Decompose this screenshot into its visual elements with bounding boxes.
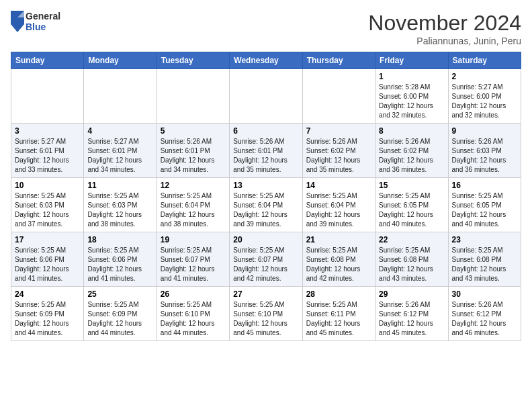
day-info: Sunrise: 5:25 AM Sunset: 6:07 PM Dayligh…: [233, 246, 298, 283]
day-number: 4: [87, 126, 152, 136]
day-info: Sunrise: 5:27 AM Sunset: 6:00 PM Dayligh…: [452, 83, 517, 120]
day-info: Sunrise: 5:25 AM Sunset: 6:08 PM Dayligh…: [379, 246, 444, 283]
day-info: Sunrise: 5:25 AM Sunset: 6:06 PM Dayligh…: [15, 246, 80, 283]
day-info: Sunrise: 5:25 AM Sunset: 6:09 PM Dayligh…: [87, 300, 152, 338]
calendar-week-row: 17Sunrise: 5:25 AM Sunset: 6:06 PM Dayli…: [11, 232, 521, 287]
calendar-cell: 9Sunrise: 5:26 AM Sunset: 6:03 PM Daylig…: [448, 124, 521, 178]
calendar-cell: 19Sunrise: 5:25 AM Sunset: 6:07 PM Dayli…: [157, 232, 229, 287]
weekday-header: Thursday: [302, 52, 375, 69]
calendar-cell: 7Sunrise: 5:26 AM Sunset: 6:02 PM Daylig…: [302, 124, 375, 178]
page-header: General Blue November 2024 Paliannunas, …: [11, 11, 521, 46]
day-info: Sunrise: 5:26 AM Sunset: 6:01 PM Dayligh…: [233, 137, 298, 175]
day-info: Sunrise: 5:28 AM Sunset: 6:00 PM Dayligh…: [379, 83, 444, 120]
calendar-cell: 11Sunrise: 5:25 AM Sunset: 6:03 PM Dayli…: [84, 178, 157, 232]
day-info: Sunrise: 5:25 AM Sunset: 6:07 PM Dayligh…: [161, 246, 226, 283]
day-info: Sunrise: 5:25 AM Sunset: 6:03 PM Dayligh…: [87, 191, 152, 229]
calendar-cell: [230, 69, 302, 124]
calendar-cell: 17Sunrise: 5:25 AM Sunset: 6:06 PM Dayli…: [11, 232, 84, 287]
calendar-cell: 25Sunrise: 5:25 AM Sunset: 6:09 PM Dayli…: [84, 287, 157, 341]
calendar-cell: 13Sunrise: 5:25 AM Sunset: 6:04 PM Dayli…: [230, 178, 302, 232]
calendar-cell: 2Sunrise: 5:27 AM Sunset: 6:00 PM Daylig…: [448, 69, 521, 124]
calendar-cell: 12Sunrise: 5:25 AM Sunset: 6:04 PM Dayli…: [157, 178, 229, 232]
calendar-cell: [157, 69, 229, 124]
month-title: November 2024: [368, 11, 521, 36]
day-number: 1: [379, 72, 444, 81]
day-number: 26: [161, 289, 226, 299]
calendar-week-row: 10Sunrise: 5:25 AM Sunset: 6:03 PM Dayli…: [11, 178, 521, 232]
day-number: 23: [452, 235, 517, 244]
weekday-header: Monday: [84, 52, 157, 69]
day-number: 2: [452, 72, 517, 81]
logo-shape: [11, 11, 24, 32]
weekday-header: Friday: [375, 52, 448, 69]
calendar-cell: 10Sunrise: 5:25 AM Sunset: 6:03 PM Dayli…: [11, 178, 84, 232]
calendar-cell: 5Sunrise: 5:26 AM Sunset: 6:01 PM Daylig…: [157, 124, 229, 178]
day-number: 29: [379, 289, 444, 299]
day-number: 22: [379, 235, 444, 244]
calendar-cell: 4Sunrise: 5:27 AM Sunset: 6:01 PM Daylig…: [84, 124, 157, 178]
calendar-cell: 3Sunrise: 5:27 AM Sunset: 6:01 PM Daylig…: [11, 124, 84, 178]
day-number: 20: [233, 235, 298, 244]
day-number: 28: [306, 289, 371, 299]
day-number: 10: [15, 181, 80, 190]
calendar-cell: 15Sunrise: 5:25 AM Sunset: 6:05 PM Dayli…: [375, 178, 448, 232]
calendar-cell: 6Sunrise: 5:26 AM Sunset: 6:01 PM Daylig…: [230, 124, 302, 178]
calendar-week-row: 1Sunrise: 5:28 AM Sunset: 6:00 PM Daylig…: [11, 69, 521, 124]
calendar-cell: 14Sunrise: 5:25 AM Sunset: 6:04 PM Dayli…: [302, 178, 375, 232]
day-info: Sunrise: 5:25 AM Sunset: 6:04 PM Dayligh…: [306, 191, 371, 229]
day-info: Sunrise: 5:26 AM Sunset: 6:02 PM Dayligh…: [379, 137, 444, 175]
weekday-row: SundayMondayTuesdayWednesdayThursdayFrid…: [11, 52, 521, 69]
calendar-cell: 23Sunrise: 5:25 AM Sunset: 6:08 PM Dayli…: [448, 232, 521, 287]
day-number: 5: [161, 126, 226, 136]
logo: General Blue: [11, 11, 60, 32]
day-number: 12: [161, 181, 226, 190]
weekday-header: Wednesday: [230, 52, 302, 69]
calendar-body: 1Sunrise: 5:28 AM Sunset: 6:00 PM Daylig…: [11, 69, 521, 341]
day-info: Sunrise: 5:25 AM Sunset: 6:08 PM Dayligh…: [306, 246, 371, 283]
calendar-table: SundayMondayTuesdayWednesdayThursdayFrid…: [11, 52, 521, 341]
calendar-cell: [11, 69, 84, 124]
day-number: 27: [233, 289, 298, 299]
weekday-header: Saturday: [448, 52, 521, 69]
calendar-cell: 27Sunrise: 5:25 AM Sunset: 6:10 PM Dayli…: [230, 287, 302, 341]
day-info: Sunrise: 5:25 AM Sunset: 6:05 PM Dayligh…: [379, 191, 444, 229]
day-info: Sunrise: 5:25 AM Sunset: 6:10 PM Dayligh…: [233, 300, 298, 338]
day-info: Sunrise: 5:25 AM Sunset: 6:05 PM Dayligh…: [452, 191, 517, 229]
weekday-header: Sunday: [11, 52, 84, 69]
day-number: 15: [379, 181, 444, 190]
day-number: 11: [87, 181, 152, 190]
calendar-cell: 18Sunrise: 5:25 AM Sunset: 6:06 PM Dayli…: [84, 232, 157, 287]
day-number: 30: [452, 289, 517, 299]
day-number: 8: [379, 126, 444, 136]
day-number: 25: [87, 289, 152, 299]
day-number: 13: [233, 181, 298, 190]
day-number: 16: [452, 181, 517, 190]
logo-svg: General Blue: [11, 11, 60, 32]
day-number: 9: [452, 126, 517, 136]
calendar-cell: 1Sunrise: 5:28 AM Sunset: 6:00 PM Daylig…: [375, 69, 448, 124]
calendar-cell: 16Sunrise: 5:25 AM Sunset: 6:05 PM Dayli…: [448, 178, 521, 232]
calendar-cell: 21Sunrise: 5:25 AM Sunset: 6:08 PM Dayli…: [302, 232, 375, 287]
calendar-cell: 8Sunrise: 5:26 AM Sunset: 6:02 PM Daylig…: [375, 124, 448, 178]
day-number: 18: [87, 235, 152, 244]
day-info: Sunrise: 5:25 AM Sunset: 6:04 PM Dayligh…: [161, 191, 226, 229]
calendar-cell: [84, 69, 157, 124]
day-info: Sunrise: 5:26 AM Sunset: 6:02 PM Dayligh…: [306, 137, 371, 175]
day-info: Sunrise: 5:25 AM Sunset: 6:08 PM Dayligh…: [452, 246, 517, 283]
weekday-header: Tuesday: [157, 52, 229, 69]
day-info: Sunrise: 5:26 AM Sunset: 6:03 PM Dayligh…: [452, 137, 517, 175]
calendar-header: SundayMondayTuesdayWednesdayThursdayFrid…: [11, 52, 521, 69]
logo-blue: Blue: [26, 21, 60, 32]
calendar-cell: [302, 69, 375, 124]
day-info: Sunrise: 5:26 AM Sunset: 6:12 PM Dayligh…: [452, 300, 517, 338]
day-number: 3: [15, 126, 80, 136]
day-number: 14: [306, 181, 371, 190]
calendar-cell: 20Sunrise: 5:25 AM Sunset: 6:07 PM Dayli…: [230, 232, 302, 287]
day-info: Sunrise: 5:25 AM Sunset: 6:10 PM Dayligh…: [161, 300, 226, 338]
day-number: 6: [233, 126, 298, 136]
calendar-cell: 26Sunrise: 5:25 AM Sunset: 6:10 PM Dayli…: [157, 287, 229, 341]
day-number: 19: [161, 235, 226, 244]
calendar-cell: 30Sunrise: 5:26 AM Sunset: 6:12 PM Dayli…: [448, 287, 521, 341]
calendar-cell: 22Sunrise: 5:25 AM Sunset: 6:08 PM Dayli…: [375, 232, 448, 287]
calendar-week-row: 24Sunrise: 5:25 AM Sunset: 6:09 PM Dayli…: [11, 287, 521, 341]
